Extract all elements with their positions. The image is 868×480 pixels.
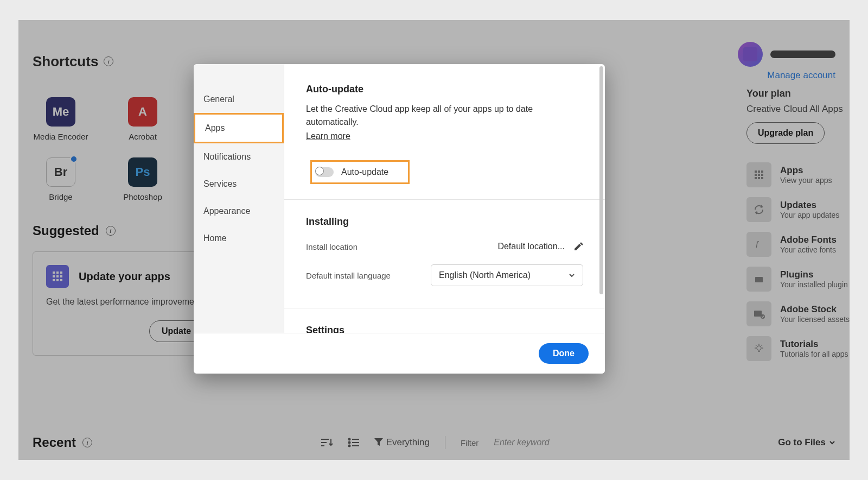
prefs-tab-home[interactable]: Home	[194, 225, 284, 252]
prefs-tab-notifications[interactable]: Notifications	[194, 143, 284, 170]
preferences-dialog: GeneralAppsNotificationsServicesAppearan…	[194, 64, 605, 374]
prefs-tab-services[interactable]: Services	[194, 170, 284, 198]
installing-heading: Installing	[306, 216, 583, 228]
install-location-value: Default location...	[497, 242, 565, 251]
prefs-tab-apps[interactable]: Apps	[194, 113, 284, 143]
scrollbar[interactable]	[599, 66, 603, 294]
edit-icon[interactable]	[573, 242, 583, 251]
chevron-down-icon	[569, 272, 575, 279]
install-language-label: Default install language	[306, 271, 391, 280]
done-button[interactable]: Done	[539, 343, 589, 364]
prefs-tab-appearance[interactable]: Appearance	[194, 198, 284, 225]
install-location-label: Install location	[306, 242, 358, 251]
learn-more-link[interactable]: Learn more	[306, 130, 350, 143]
settings-heading: Settings	[306, 325, 583, 333]
prefs-tab-general[interactable]: General	[194, 86, 284, 113]
install-language-dropdown[interactable]: English (North America)	[431, 264, 583, 286]
autoupdate-toggle-label: Auto-update	[341, 167, 388, 177]
autoupdate-desc: Let the Creative Cloud app keep all of y…	[306, 103, 583, 143]
autoupdate-toggle[interactable]	[315, 167, 334, 177]
autoupdate-heading: Auto-update	[306, 84, 583, 95]
autoupdate-toggle-highlight: Auto-update	[310, 160, 410, 184]
